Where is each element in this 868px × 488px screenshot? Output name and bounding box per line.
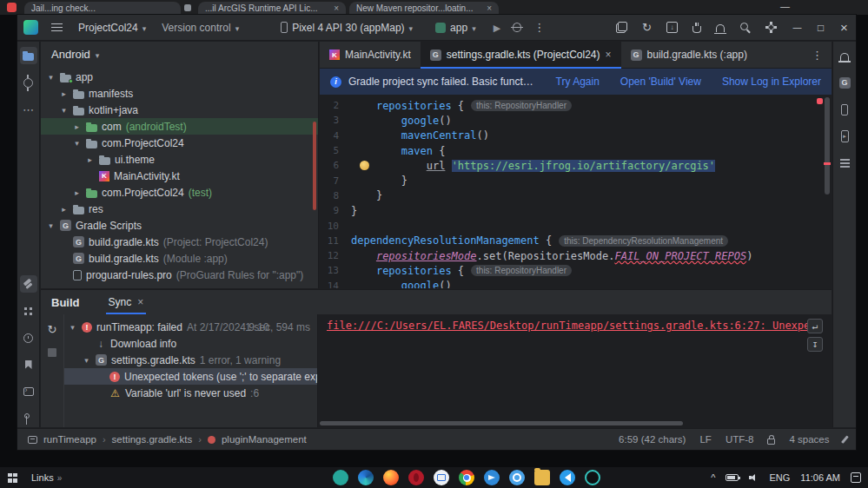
build-tree-item[interactable]: Unexpected tokens (use ';' to separate e…	[64, 368, 317, 385]
soft-wrap-icon[interactable]	[807, 319, 823, 333]
build-tree-item[interactable]: runTimeapp: failed At 2/17/2024 9:101 se…	[64, 319, 317, 335]
telegram-icon[interactable]	[484, 470, 500, 485]
close-tab-icon[interactable]	[334, 3, 339, 13]
line-number[interactable]: 12	[320, 250, 351, 261]
editor-tab[interactable]: MainActivity.kt	[320, 42, 421, 68]
build-tree-item[interactable]: Variable 'url' is never used :6	[64, 385, 317, 401]
build-tree-item[interactable]: Download info	[64, 335, 317, 352]
chevron-right-icon[interactable]	[59, 89, 69, 98]
more-tool-windows-button[interactable]	[20, 101, 37, 118]
breadcrumb-element[interactable]: pluginManagement	[222, 434, 307, 445]
code-line[interactable]: 3 google()	[320, 113, 832, 128]
volume-icon[interactable]	[749, 473, 759, 483]
line-number[interactable]: 14	[320, 280, 351, 288]
chevron-right-icon[interactable]	[85, 155, 95, 164]
structure-tool-button[interactable]	[836, 155, 853, 172]
close-tab-icon[interactable]	[606, 49, 612, 61]
chevron-right-icon[interactable]	[72, 188, 82, 197]
action-center-icon[interactable]	[851, 472, 861, 483]
gradle-tool-button[interactable]	[836, 74, 853, 91]
code-line[interactable]: 8 }	[320, 188, 832, 203]
settings-icon[interactable]	[765, 22, 777, 33]
device-manager-tool-button[interactable]	[836, 101, 853, 118]
line-number[interactable]: 10	[320, 221, 351, 232]
line-number[interactable]: 8	[320, 190, 351, 201]
build-tool-button[interactable]	[20, 275, 37, 293]
maximize-button[interactable]	[809, 15, 832, 41]
output-hscrollbar[interactable]	[320, 421, 683, 425]
code-line[interactable]: 12 repositoriesMode.set(RepositoriesMode…	[320, 248, 832, 263]
editor-tab[interactable]: settings.gradle.kts (ProjectCol24)	[421, 42, 621, 68]
line-separator[interactable]: LF	[699, 434, 711, 445]
search-app-icon[interactable]	[509, 470, 525, 485]
code-line[interactable]: 7 }	[320, 173, 832, 188]
lock-icon[interactable]	[767, 439, 775, 445]
tree-item[interactable]: MainActivity.kt	[41, 168, 318, 184]
device-selector[interactable]: Pixel 4 API 30 (appMap)	[281, 22, 413, 34]
tree-item[interactable]: com.ProjectCol24 (test)	[41, 184, 318, 201]
tree-item[interactable]: app	[41, 69, 318, 85]
device-mirror-icon[interactable]	[616, 22, 627, 33]
tree-item[interactable]: manifests	[41, 85, 318, 102]
version-control-tool-button[interactable]	[20, 410, 37, 427]
line-number[interactable]: 11	[320, 235, 351, 247]
browser-tab[interactable]: Jail...ing check...	[24, 2, 181, 15]
code-line[interactable]: 11dependencyResolutionManagement {this: …	[320, 234, 832, 248]
breadcrumb-project[interactable]: runTimeapp	[43, 434, 96, 445]
code-line[interactable]: 13 repositories {this: RepositoryHandler	[320, 263, 832, 278]
chevron-down-icon[interactable]	[82, 356, 91, 365]
services-tool-button[interactable]	[20, 302, 37, 320]
commit-tool-button[interactable]	[20, 74, 37, 91]
tab-options-icon[interactable]	[812, 47, 823, 63]
close-tab-icon[interactable]	[137, 296, 143, 308]
language-indicator[interactable]: ENG	[769, 472, 790, 483]
terminal-tool-button[interactable]	[20, 383, 37, 400]
code-area[interactable]: 2 repositories {this: RepositoryHandler3…	[320, 95, 832, 288]
notifications-tool-button[interactable]	[836, 47, 853, 64]
chrome-icon[interactable]	[459, 470, 474, 485]
indent-setting[interactable]: 4 spaces	[789, 434, 829, 445]
debug-button[interactable]	[513, 23, 521, 32]
stop-icon[interactable]	[48, 348, 56, 357]
code-line[interactable]: 4 mavenCentral()	[320, 129, 832, 143]
android-studio-icon[interactable]	[585, 470, 600, 485]
bookmarks-tool-button[interactable]	[20, 356, 37, 373]
firefox-icon[interactable]	[383, 470, 399, 485]
tree-item[interactable]: build.gradle.kts (Module :app)	[41, 250, 318, 267]
globe-app-icon[interactable]	[333, 470, 348, 485]
main-menu-icon[interactable]	[51, 23, 63, 31]
scroll-to-end-icon[interactable]	[807, 337, 823, 352]
sync-tab[interactable]: Sync	[106, 290, 147, 314]
code-line[interactable]: 6 url 'https://esri.jfrog.io/artifactory…	[320, 158, 832, 173]
editor-tab[interactable]: build.gradle.kts (:app)	[621, 42, 757, 68]
folder-app-icon[interactable]	[534, 470, 550, 485]
chevron-down-icon[interactable]	[72, 139, 82, 148]
edge-icon[interactable]	[358, 470, 374, 485]
run-button[interactable]	[494, 22, 500, 34]
plugins-icon[interactable]	[692, 26, 701, 33]
line-number[interactable]: 2	[320, 100, 351, 111]
try-again-link[interactable]: Try Again	[556, 76, 600, 88]
running-devices-tool-button[interactable]	[836, 128, 853, 145]
line-number[interactable]: 13	[320, 265, 351, 276]
tree-item[interactable]: com (androidTest)	[41, 118, 318, 135]
browser-tab[interactable]: New Maven repositor...loatin...	[349, 2, 499, 15]
code-line[interactable]: 5 maven {	[320, 143, 832, 158]
code-line[interactable]: 9}	[320, 203, 832, 218]
line-number[interactable]: 7	[320, 175, 351, 187]
line-number[interactable]: 4	[320, 130, 351, 142]
line-number[interactable]: 3	[320, 115, 351, 126]
battery-icon[interactable]	[726, 474, 739, 481]
code-line[interactable]: 10	[320, 218, 832, 233]
line-number[interactable]: 6	[320, 160, 351, 171]
mail-icon[interactable]	[434, 470, 449, 485]
build-tree-item[interactable]: settings.gradle.kts 1 error, 1 warning	[64, 352, 317, 368]
browser-minimize-icon[interactable]	[780, 1, 790, 11]
opera-icon[interactable]	[408, 470, 424, 485]
minimize-button[interactable]	[785, 15, 809, 41]
project-view-selector[interactable]: Android	[41, 42, 318, 66]
show-log-link[interactable]: Show Log in Explorer	[722, 76, 821, 88]
tree-item[interactable]: Gradle Scripts	[41, 217, 318, 234]
project-tool-button[interactable]	[20, 47, 37, 64]
browser-tab[interactable]: ...il ArcGIS Runtime API Lic...	[198, 2, 346, 15]
